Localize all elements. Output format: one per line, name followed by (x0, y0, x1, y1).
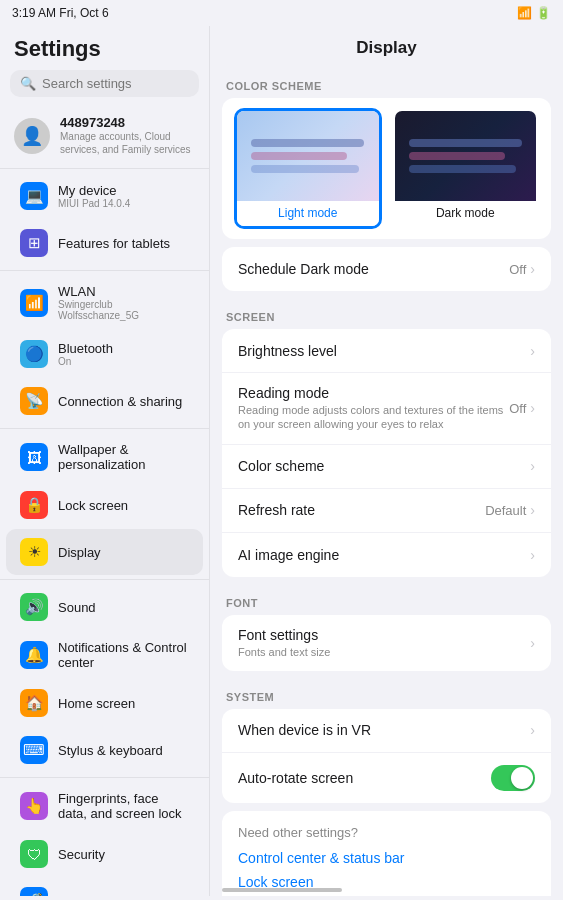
toggle-knob (511, 767, 533, 789)
reading-mode-title: Reading mode (238, 385, 509, 401)
stylus-keyboard-label: Stylus & keyboard (58, 743, 163, 758)
section-screen-label: SCREEN (210, 299, 563, 329)
display-icon: ☀ (20, 538, 48, 566)
chevron-icon: › (530, 261, 535, 277)
suggestions-title: Need other settings? (238, 825, 535, 840)
font-settings-sub: Fonts and text size (238, 645, 530, 659)
sidebar-title: Settings (0, 26, 209, 70)
app-layout: Settings 🔍 👤 448973248 Manage accounts, … (0, 26, 563, 896)
auto-rotate-content: Auto-rotate screen (238, 770, 491, 786)
sidebar-item-bluetooth[interactable]: 🔵BluetoothOn (6, 331, 203, 377)
font-settings-title: Font settings (238, 627, 530, 643)
wifi-icon: 📶 (517, 6, 532, 20)
refresh-rate-title: Refresh rate (238, 502, 485, 518)
schedule-dark-mode-right: Off › (509, 261, 535, 277)
sidebar-item-sound[interactable]: 🔊Sound (6, 584, 203, 630)
sidebar-item-my-device[interactable]: 💻My deviceMIUI Pad 14.0.4 (6, 173, 203, 219)
reading-mode-content: Reading mode Reading mode adjusts colors… (238, 385, 509, 432)
security-icon: 🛡 (20, 840, 48, 868)
light-mode-card[interactable]: Light mode (234, 108, 382, 229)
brightness-item[interactable]: Brightness level › (222, 329, 551, 373)
reading-mode-value: Off (509, 401, 526, 416)
account-sub: Manage accounts, Cloud services, and Fam… (60, 130, 195, 156)
dark-preview (395, 111, 537, 201)
section-font-label: FONT (210, 585, 563, 615)
bluetooth-label: Bluetooth (58, 341, 113, 356)
wallpaper-icon: 🖼 (20, 443, 48, 471)
divider-1 (0, 168, 209, 169)
color-scheme-row: Light mode Dark mode (222, 98, 551, 239)
section-color-scheme-label: COLOR SCHEME (210, 68, 563, 98)
my-device-label: My device (58, 183, 130, 198)
sidebar-item-wallpaper[interactable]: 🖼Wallpaper & personalization (6, 433, 203, 481)
refresh-rate-value: Default (485, 503, 526, 518)
features-tablets-icon: ⊞ (20, 229, 48, 257)
dark-line-3 (409, 165, 517, 173)
screen-card: Brightness level › Reading mode Reading … (222, 329, 551, 577)
vr-content: When device is in VR (238, 722, 530, 738)
sidebar-item-notifications[interactable]: 🔔Notifications & Control center (6, 631, 203, 679)
sidebar-item-features-tablets[interactable]: ⊞Features for tablets (6, 220, 203, 266)
stylus-keyboard-icon: ⌨ (20, 736, 48, 764)
status-time: 3:19 AM Fri, Oct 6 (12, 6, 109, 20)
reading-mode-sub: Reading mode adjusts colors and textures… (238, 403, 509, 432)
scroll-indicator (222, 888, 342, 892)
bluetooth-icon: 🔵 (20, 340, 48, 368)
status-bar: 3:19 AM Fri, Oct 6 📶 🔋 (0, 0, 563, 26)
font-card: Font settings Fonts and text size › (222, 615, 551, 671)
privacy-label: Privacy protection (58, 894, 161, 897)
lock-screen-label: Lock screen (58, 498, 128, 513)
fingerprints-label: Fingerprints, face data, and screen lock (58, 791, 189, 821)
bluetooth-sub: On (58, 356, 113, 367)
system-card: When device is in VR › Auto-rotate scree… (222, 709, 551, 803)
light-preview (237, 111, 379, 201)
account-item[interactable]: 👤 448973248 Manage accounts, Cloud servi… (0, 107, 209, 164)
color-scheme-item[interactable]: Color scheme › (222, 445, 551, 489)
dark-lines (409, 139, 522, 173)
wallpaper-label: Wallpaper & personalization (58, 442, 189, 472)
sidebar-item-connection-sharing[interactable]: 📡Connection & sharing (6, 378, 203, 424)
sidebar-item-display[interactable]: ☀Display (6, 529, 203, 575)
search-bar[interactable]: 🔍 (10, 70, 199, 97)
vr-item[interactable]: When device is in VR › (222, 709, 551, 753)
schedule-dark-mode-item[interactable]: Schedule Dark mode Off › (222, 247, 551, 291)
sidebar-item-wlan[interactable]: 📶WLANSwingerclub Wolfsschanze_5G (6, 275, 203, 330)
color-scheme-card: Light mode Dark mode (222, 98, 551, 239)
schedule-dark-mode-card: Schedule Dark mode Off › (222, 247, 551, 291)
auto-rotate-toggle[interactable] (491, 765, 535, 791)
sidebar-item-home-screen[interactable]: 🏠Home screen (6, 680, 203, 726)
schedule-dark-mode-value: Off (509, 262, 526, 277)
reading-mode-chevron: › (530, 400, 535, 416)
connection-sharing-label: Connection & sharing (58, 394, 182, 409)
fingerprints-icon: 👆 (20, 792, 48, 820)
brightness-content: Brightness level (238, 343, 530, 359)
privacy-icon: 🔏 (20, 887, 48, 896)
sidebar-item-fingerprints[interactable]: 👆Fingerprints, face data, and screen loc… (6, 782, 203, 830)
reading-mode-right: Off › (509, 400, 535, 416)
wlan-label: WLAN (58, 284, 189, 299)
search-input[interactable] (42, 76, 189, 91)
sidebar-item-privacy[interactable]: 🔏Privacy protection (6, 878, 203, 896)
font-settings-item[interactable]: Font settings Fonts and text size › (222, 615, 551, 671)
vr-chevron: › (530, 722, 535, 738)
divider-4 (0, 579, 209, 580)
refresh-rate-right: Default › (485, 502, 535, 518)
refresh-rate-item[interactable]: Refresh rate Default › (222, 489, 551, 533)
dark-line-2 (409, 152, 505, 160)
color-scheme-chevron: › (530, 458, 535, 474)
light-mode-label: Light mode (237, 201, 379, 226)
sidebar-items-container: 💻My deviceMIUI Pad 14.0.4⊞Features for t… (0, 173, 209, 896)
search-icon: 🔍 (20, 76, 36, 91)
suggestion-control-center[interactable]: Control center & status bar (238, 850, 535, 866)
sidebar-item-security[interactable]: 🛡Security (6, 831, 203, 877)
divider-2 (0, 270, 209, 271)
reading-mode-item[interactable]: Reading mode Reading mode adjusts colors… (222, 373, 551, 445)
light-line-1 (251, 139, 364, 147)
auto-rotate-item[interactable]: Auto-rotate screen (222, 753, 551, 803)
ai-image-item[interactable]: AI image engine › (222, 533, 551, 577)
sidebar-item-lock-screen[interactable]: 🔒Lock screen (6, 482, 203, 528)
notifications-icon: 🔔 (20, 641, 48, 669)
sidebar-item-stylus-keyboard[interactable]: ⌨Stylus & keyboard (6, 727, 203, 773)
connection-sharing-icon: 📡 (20, 387, 48, 415)
dark-mode-card[interactable]: Dark mode (392, 108, 540, 229)
